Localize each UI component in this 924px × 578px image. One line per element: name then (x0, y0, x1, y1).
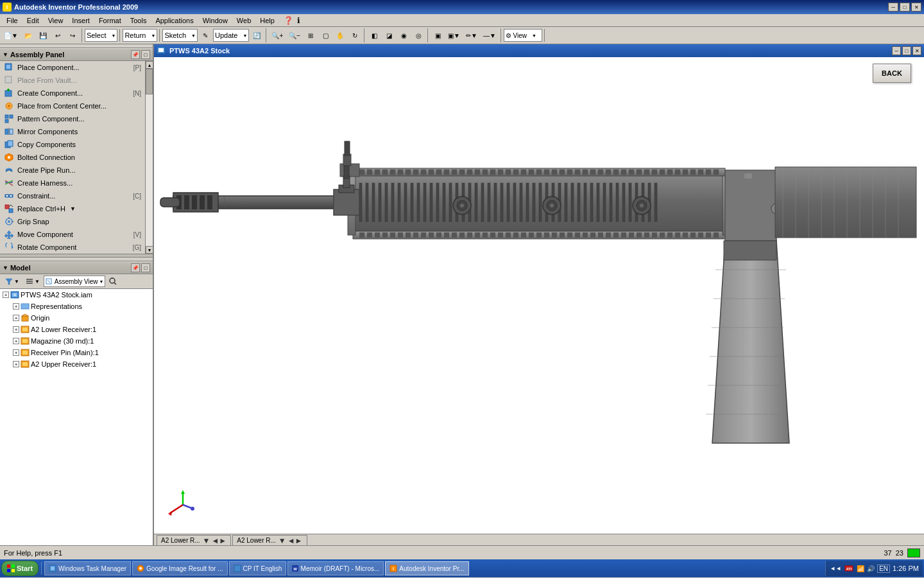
viewport-tab-1[interactable]: A2 Lower R... ▼ ◄► (157, 535, 231, 545)
extra-dropdown[interactable]: ⚙ View (504, 29, 542, 42)
close-button[interactable]: ✕ (911, 3, 921, 12)
sketch-extra-btn[interactable]: ✎ (198, 28, 212, 42)
start-button[interactable]: Start (1, 561, 38, 576)
root-expander[interactable]: + (3, 292, 9, 298)
taskbar-google[interactable]: Google Image Result for ... (132, 561, 228, 575)
tab-1-close[interactable]: ▼ (203, 536, 210, 545)
zoom-in-btn[interactable]: 🔍+ (269, 28, 286, 42)
tree-receiver-pin[interactable]: + Receiver Pin (Main):1 (0, 347, 153, 358)
tab-1-arrows[interactable]: ◄► (211, 536, 227, 545)
panel-item-mirror[interactable]: Mirror Components (0, 125, 145, 138)
disp-btn3[interactable]: ✏▼ (463, 28, 480, 42)
zoom-out-btn[interactable]: 🔍− (286, 28, 303, 42)
minimize-button[interactable]: ─ (888, 3, 898, 12)
panel-item-move[interactable]: Move Component [V] (0, 228, 145, 241)
panel-item-content-center[interactable]: Place from Content Center... (0, 100, 145, 112)
lower-receiver-expander[interactable]: + (13, 326, 19, 333)
panel-item-create-component[interactable]: Create Component... [N] (0, 87, 145, 100)
shade-btn[interactable]: ◉ (397, 28, 411, 42)
tree-lower-receiver[interactable]: + A2 Lower Receiver:1 (0, 324, 153, 335)
panel-item-harness[interactable]: Create Harness... (0, 177, 145, 189)
assembly-panel-pin[interactable]: 📌 (131, 50, 140, 59)
disp-btn2[interactable]: ▣▼ (445, 28, 463, 42)
taskbar-task-manager[interactable]: Windows Task Manager (44, 561, 131, 575)
menu-file[interactable]: File (3, 16, 22, 25)
receiver-pin-expander[interactable]: + (13, 349, 19, 356)
viewport-tab-2[interactable]: A2 Lower R... ▼ ◄► (232, 535, 307, 545)
model-panel-header[interactable]: ▼ Model 📌 □ (0, 261, 153, 274)
zoom-window-btn[interactable]: ▢ (318, 28, 332, 42)
scroll-down-btn[interactable]: ▼ (146, 246, 153, 254)
magazine-expander[interactable]: + (13, 338, 19, 344)
representations-expander[interactable]: + (13, 303, 19, 310)
menu-format[interactable]: Format (95, 16, 125, 25)
taskbar-cp-it[interactable]: CP IT English (229, 561, 287, 575)
panel-item-pattern[interactable]: Pattern Component... (0, 112, 145, 125)
assembly-scrollbar[interactable]: ▲ ▼ (145, 61, 153, 254)
panel-item-grip[interactable]: Grip Snap (0, 215, 145, 228)
model-panel-pin[interactable]: 📌 (131, 263, 140, 272)
tree-origin[interactable]: + Origin (0, 312, 153, 324)
menu-help[interactable]: Help (256, 16, 278, 25)
redo-button[interactable]: ↪ (65, 28, 80, 42)
model-panel-expand[interactable]: □ (141, 263, 150, 272)
viewport-close[interactable]: ✕ (912, 46, 921, 55)
tab-2-arrows[interactable]: ◄► (287, 536, 303, 545)
filter-btn[interactable]: ▼ (3, 276, 22, 287)
scroll-up-btn[interactable]: ▲ (146, 61, 153, 69)
undo-button[interactable]: ↩ (51, 28, 65, 42)
panel-item-pipe[interactable]: Create Pipe Run... (0, 164, 145, 177)
tree-magazine[interactable]: + Magazine (30 rnd):1 (0, 335, 153, 347)
panel-item-place-vault[interactable]: Place From Vault... (0, 74, 145, 87)
panel-item-copy[interactable]: Copy Components (0, 138, 145, 151)
menu-applications[interactable]: Applications (151, 16, 197, 25)
return-dropdown[interactable]: Return (123, 29, 157, 42)
panel-item-constraint[interactable]: Constraint... [C] (0, 189, 145, 202)
panel-item-place-component[interactable]: Place Component... [P] (0, 61, 145, 74)
origin-expander[interactable]: + (13, 315, 19, 321)
menu-web[interactable]: Web (233, 16, 255, 25)
viewport-maximize[interactable]: □ (902, 46, 911, 55)
maximize-button[interactable]: □ (900, 3, 910, 12)
search-btn[interactable] (107, 276, 119, 287)
save-button[interactable]: 💾 (36, 28, 50, 42)
tree-root[interactable]: + A PTWS 43A2 Stock.iam (0, 289, 153, 301)
open-button[interactable]: 📂 (21, 28, 35, 42)
tab-2-close[interactable]: ▼ (278, 536, 286, 545)
view-btn2[interactable]: ◪ (382, 28, 396, 42)
panel-item-bolted[interactable]: Bolted Connection (0, 151, 145, 164)
assembly-view-dropdown[interactable]: Assembly View (44, 276, 106, 287)
menu-tools[interactable]: Tools (126, 16, 151, 25)
menu-view[interactable]: View (44, 16, 67, 25)
menu-insert[interactable]: Insert (68, 16, 94, 25)
view-options-btn[interactable]: ▼ (23, 276, 42, 287)
upper-receiver-expander[interactable]: + (13, 361, 19, 367)
info-icon[interactable]: ℹ (297, 16, 300, 25)
assembly-panel-expand[interactable]: □ (141, 50, 150, 59)
taskbar-memoir[interactable]: W Memoir (DRAFT) - Micros... (287, 561, 384, 575)
zoom-fit-btn[interactable]: ⊞ (304, 28, 318, 42)
menu-edit[interactable]: Edit (23, 16, 43, 25)
help-icon[interactable]: ❓ (284, 16, 293, 25)
menu-window[interactable]: Window (199, 16, 232, 25)
tree-representations[interactable]: + Representations (0, 301, 153, 312)
disp-btn4[interactable]: —▼ (481, 28, 499, 42)
panel-item-rotate[interactable]: Rotate Component [G] (0, 241, 145, 254)
pan-btn[interactable]: ✋ (333, 28, 347, 42)
taskbar-inventor[interactable]: I Autodesk Inventor Pr... (385, 561, 468, 575)
wire-btn[interactable]: ◎ (411, 28, 425, 42)
scroll-thumb[interactable] (146, 69, 153, 94)
viewport-canvas[interactable]: BACK (154, 57, 924, 534)
sketch-dropdown[interactable]: Sketch (162, 29, 198, 42)
select-dropdown[interactable]: Select (85, 29, 118, 42)
viewport-minimize[interactable]: ─ (892, 46, 901, 55)
update-dropdown[interactable]: Update (213, 29, 249, 42)
orbit-btn[interactable]: ↻ (348, 28, 362, 42)
new-button[interactable]: 📄▼ (1, 28, 21, 42)
assembly-panel-header[interactable]: ▼ Assembly Panel 📌 □ (0, 48, 153, 61)
view-btn1[interactable]: ◧ (367, 28, 381, 42)
disp-btn1[interactable]: ▣ (431, 28, 445, 42)
title-controls[interactable]: ─ □ ✕ (888, 3, 921, 12)
update-btn[interactable]: 🔄 (250, 28, 264, 42)
panel-item-replace[interactable]: Replace Ctrl+H ▼ (0, 202, 145, 215)
